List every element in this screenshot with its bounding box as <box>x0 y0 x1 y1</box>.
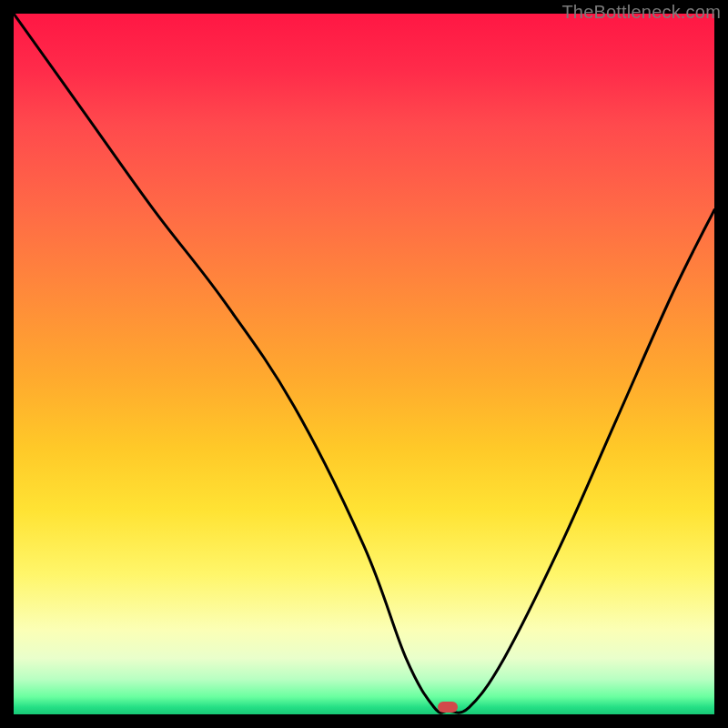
plot-area <box>14 14 714 714</box>
attribution-label: TheBottleneck.com <box>561 2 721 23</box>
optimum-marker <box>438 702 458 713</box>
chart-frame: TheBottleneck.com <box>0 0 728 728</box>
bottleneck-curve <box>14 14 714 714</box>
